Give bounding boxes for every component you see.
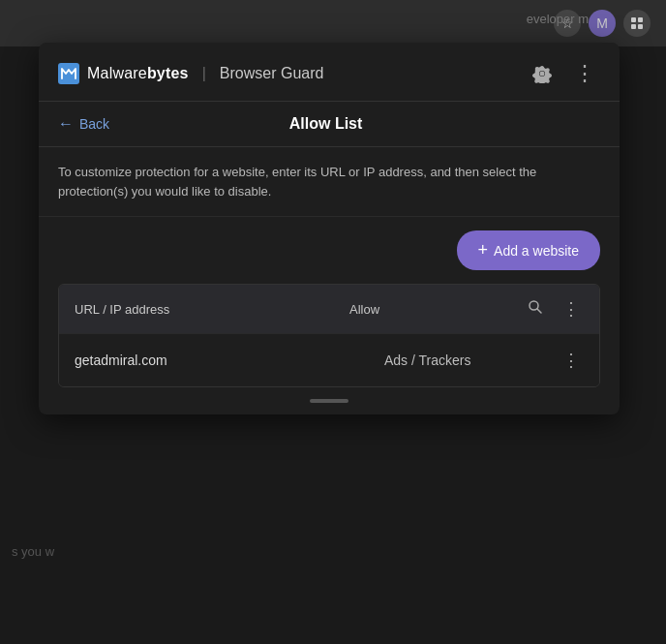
- product-name: Browser Guard: [220, 65, 324, 82]
- nav-bar: ← Back Allow List: [39, 102, 620, 147]
- popup-panel: Malwarebytes | Browser Guard ⋮ ← Back Al…: [39, 43, 620, 414]
- svg-rect-0: [631, 17, 636, 22]
- svg-rect-2: [631, 24, 636, 29]
- row-actions: ⋮: [559, 348, 584, 373]
- col-url-header: URL / IP address: [75, 302, 349, 317]
- popup-header: Malwarebytes | Browser Guard ⋮: [39, 43, 620, 102]
- page-title: Allow List: [109, 115, 542, 133]
- allow-list-table: URL / IP address Allow ⋮ getadmiral.com …: [58, 284, 600, 387]
- back-label: Back: [79, 116, 109, 132]
- row-menu-button[interactable]: ⋮: [559, 348, 584, 373]
- row-allow: Ads / Trackers: [384, 353, 559, 368]
- add-website-label: Add a website: [494, 243, 579, 259]
- description-text: To customize protection for a website, e…: [39, 147, 620, 217]
- logo-icon: [58, 63, 79, 84]
- table-header: URL / IP address Allow ⋮: [59, 285, 599, 333]
- avatar-icon[interactable]: M: [589, 10, 616, 37]
- add-website-row: + Add a website: [39, 217, 620, 284]
- logo-area: Malwarebytes | Browser Guard: [58, 63, 323, 84]
- logo-text: Malwarebytes: [87, 65, 189, 82]
- header-actions: ⋮: [527, 58, 600, 89]
- table-row: getadmiral.com Ads / Trackers ⋮: [59, 333, 599, 386]
- chrome-bar: eveloper m ☆ M: [0, 0, 666, 46]
- back-button[interactable]: ← Back: [58, 115, 109, 133]
- more-options-button[interactable]: ⋮: [569, 58, 600, 89]
- add-website-button[interactable]: + Add a website: [457, 230, 600, 270]
- background-text: s you w: [0, 537, 66, 567]
- table-search-button[interactable]: [524, 297, 547, 321]
- svg-rect-3: [638, 24, 643, 29]
- scrollbar-indicator: [310, 399, 348, 403]
- svg-rect-1: [638, 17, 643, 22]
- extension-icon[interactable]: [623, 10, 651, 37]
- col-allow-header: Allow: [349, 302, 524, 317]
- plus-icon: +: [478, 240, 489, 261]
- dev-label: eveloper m: [527, 12, 589, 26]
- table-more-button[interactable]: ⋮: [559, 296, 584, 322]
- back-arrow-icon: ←: [58, 115, 74, 133]
- table-header-actions: ⋮: [524, 296, 584, 322]
- svg-line-5: [537, 309, 541, 313]
- row-url: getadmiral.com: [75, 353, 384, 368]
- logo-divider: |: [202, 65, 206, 82]
- settings-button[interactable]: [527, 58, 558, 89]
